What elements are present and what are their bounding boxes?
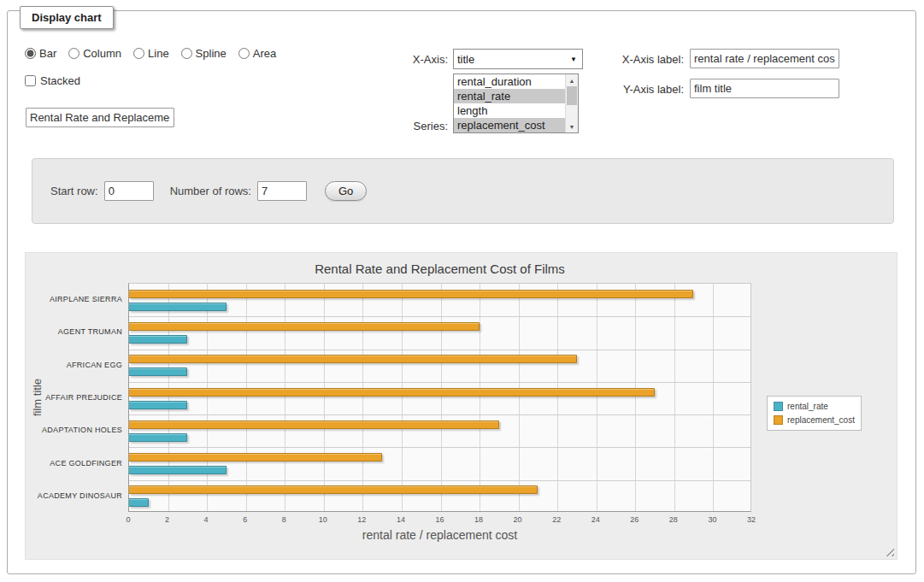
chart-type-option-column[interactable]: Column [68, 47, 121, 60]
x-tick-label: 22 [552, 515, 561, 524]
x-tick-label: 2 [165, 515, 169, 524]
x-tick-label: 20 [514, 515, 522, 524]
bar-replacement_cost [129, 355, 577, 363]
y-axis-label-caption: Y-Axis label: [556, 83, 684, 96]
chart-title: Rental Rate and Replacement Cost of Film… [128, 262, 751, 276]
bar-rental_rate [129, 466, 227, 474]
row-range-panel: Start row: Number of rows: Go [32, 158, 894, 224]
bar-rental_rate [129, 335, 187, 344]
gridline-vertical [246, 284, 247, 511]
gridline-horizontal [129, 382, 750, 383]
chart-type-group: Bar Column Line Spline Area [25, 47, 276, 60]
chart-type-option-area[interactable]: Area [238, 47, 276, 60]
category-label: ACE GOLDFINGER [26, 459, 122, 467]
bar-replacement_cost [129, 453, 382, 461]
gridline-vertical [597, 284, 597, 511]
bar-replacement_cost [129, 290, 693, 298]
gridline-horizontal [129, 350, 750, 350]
bar-replacement_cost [129, 322, 480, 331]
chart-type-label-spline: Spline [196, 47, 227, 60]
chart-type-option-line[interactable]: Line [133, 47, 169, 60]
x-tick-label: 4 [204, 515, 209, 524]
gridline-vertical [557, 284, 558, 511]
display-chart-fieldset: Display chart Bar Column Line Spline Are… [7, 10, 916, 574]
gridline-vertical [207, 284, 208, 511]
chart-type-radio-bar[interactable] [25, 48, 36, 59]
x-tick-label: 0 [126, 515, 130, 524]
chart-type-option-spline[interactable]: Spline [181, 47, 227, 60]
x-tick-label: 8 [282, 515, 286, 524]
gridline-horizontal [129, 414, 750, 415]
x-tick-label: 16 [435, 515, 444, 524]
x-tick-label: 14 [397, 515, 405, 524]
chart-legend: rental_ratereplacement_cost [767, 396, 862, 431]
gridline-vertical [635, 284, 636, 511]
y-axis-label-input[interactable] [690, 79, 839, 98]
x-tick-label: 6 [243, 515, 247, 524]
series-option-rental_rate[interactable]: rental_rate [454, 89, 565, 103]
category-label: ADAPTATION HOLES [26, 426, 122, 434]
legend-swatch-icon [774, 415, 783, 425]
chart-type-label-line: Line [148, 47, 169, 60]
num-rows-input[interactable] [257, 181, 307, 201]
plot-area [128, 283, 751, 512]
category-label: ACADEMY DINOSAUR [26, 491, 122, 500]
stacked-label: Stacked [40, 74, 80, 87]
start-row-caption: Start row: [50, 185, 98, 197]
chart-type-radio-area[interactable] [238, 48, 250, 59]
series-option-list: rental_durationrental_ratelengthreplacem… [454, 74, 565, 132]
x-tick-label: 32 [747, 515, 756, 524]
series-option-length[interactable]: length [454, 103, 565, 118]
stacked-checkbox[interactable] [25, 75, 36, 86]
category-label: AGENT TRUMAN [26, 327, 122, 336]
x-axis-label-input[interactable] [690, 49, 839, 68]
scroll-down-icon[interactable]: ▼ [566, 121, 578, 132]
chart-type-radio-spline[interactable] [181, 48, 192, 59]
chart-type-radio-line[interactable] [133, 48, 144, 59]
legend-swatch-icon [774, 402, 783, 411]
bar-replacement_cost [129, 388, 655, 397]
legend-item-replacement_cost: replacement_cost [774, 415, 855, 425]
chart-container: Rental Rate and Replacement Cost of Film… [25, 252, 898, 560]
chart-resize-handle[interactable] [883, 545, 894, 556]
x-tick-label: 26 [630, 515, 639, 524]
x-tick-label: 12 [357, 515, 366, 524]
gridline-vertical [480, 284, 480, 511]
x-tick-label: 30 [708, 515, 716, 524]
bar-rental_rate [129, 401, 187, 409]
x-tick-label: 28 [669, 515, 678, 524]
x-axis-caption: X-Axis: [320, 53, 448, 66]
start-row-input[interactable] [104, 181, 154, 201]
gridline-vertical [285, 284, 285, 511]
fieldset-legend: Display chart [20, 6, 114, 29]
legend-label: replacement_cost [787, 415, 855, 425]
chart-type-option-bar[interactable]: Bar [25, 47, 56, 60]
x-tick-label: 24 [591, 515, 600, 524]
gridline-vertical [674, 284, 675, 511]
gridline-horizontal [129, 316, 750, 317]
gridline-vertical [402, 284, 403, 511]
gridline-vertical [441, 284, 442, 511]
num-rows-caption: Number of rows: [170, 185, 251, 197]
chart-type-label-area: Area [253, 47, 276, 60]
category-label: AFFAIR PREJUDICE [26, 393, 122, 402]
series-option-rental_duration[interactable]: rental_duration [454, 74, 565, 89]
category-label: AIRPLANE SIERRA [26, 295, 122, 303]
series-option-replacement_cost[interactable]: replacement_cost [454, 118, 565, 132]
x-tick-label: 10 [319, 515, 327, 524]
bar-replacement_cost [129, 485, 538, 494]
category-label: AFRICAN EGG [26, 361, 122, 369]
bar-rental_rate [129, 498, 149, 507]
chart-title-input[interactable] [26, 108, 174, 127]
series-caption: Series: [320, 120, 448, 132]
x-tick-label: 18 [474, 515, 483, 524]
go-button[interactable]: Go [325, 181, 367, 201]
chart-x-axis-title: rental rate / replacement cost [128, 528, 751, 542]
gridline-vertical [168, 284, 169, 511]
gridline-vertical [519, 284, 520, 511]
stacked-checkbox-row[interactable]: Stacked [25, 74, 80, 87]
gridline-horizontal [129, 480, 750, 481]
gridline-vertical [713, 284, 714, 511]
legend-item-rental_rate: rental_rate [774, 402, 855, 411]
chart-type-radio-column[interactable] [68, 48, 79, 59]
